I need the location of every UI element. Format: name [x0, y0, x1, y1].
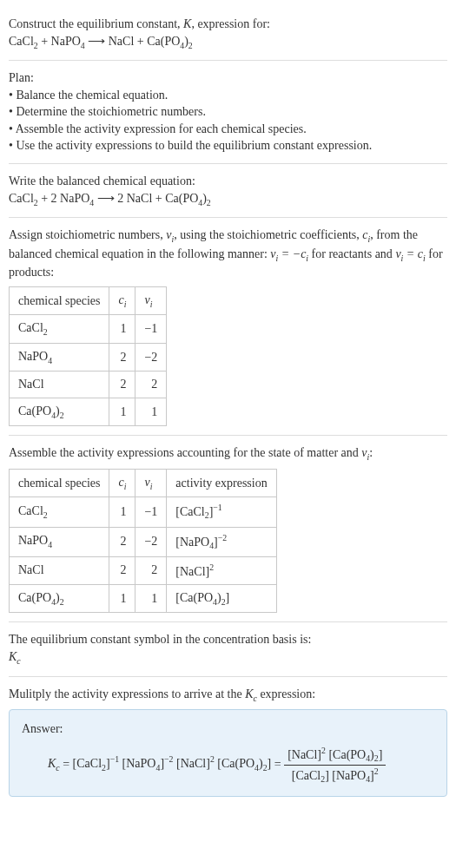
prompt-mid: , expression for: — [191, 17, 270, 30]
table-row: NaPO4 2 −2 — [10, 343, 167, 372]
multiply-title: Mulitply the activity expressions to arr… — [9, 686, 447, 705]
symbol-section: The equilibrium constant symbol in the c… — [9, 621, 447, 675]
species-cell: CaCl2 — [10, 497, 109, 527]
nu-cell: −1 — [135, 315, 167, 344]
header-activity: activity expression — [167, 469, 276, 497]
multiply-pre: Mulitply the activity expressions to arr… — [9, 687, 245, 700]
answer-equation: Kc = [CaCl2]−1 [NaPO4]−2 [NaCl]2 [Ca(PO4… — [22, 745, 434, 786]
table-header-row: chemical species ci νi — [10, 286, 167, 315]
c-cell: 1 — [109, 315, 135, 344]
table-row: CaCl2 1 −1 [CaCl2]−1 — [10, 497, 277, 527]
eq-react: νi = −ci — [270, 247, 308, 260]
species-cell: NaCl — [10, 372, 109, 398]
table-row: NaCl 2 2 [NaCl]2 — [10, 556, 277, 584]
term-3: [NaCl]2 — [176, 757, 215, 770]
species-cell: CaCl2 — [10, 315, 109, 344]
table-row: Ca(PO4)2 1 1 [Ca(PO4)2] — [10, 584, 277, 613]
header-nu: νi — [135, 469, 167, 497]
stoich-pre: Assign stoichiometric numbers, — [9, 228, 166, 241]
header-nu: νi — [135, 286, 167, 315]
equals-1: = — [63, 757, 72, 770]
table-row: CaCl2 1 −1 — [10, 315, 167, 344]
balanced-title: Write the balanced chemical equation: — [9, 173, 447, 190]
activity-section: Assemble the activity expressions accoun… — [9, 435, 447, 621]
prompt-equation: CaCl2 + NaPO4 ⟶ NaCl + Ca(PO4)2 — [9, 33, 447, 52]
kc-lhs: Kc — [48, 757, 60, 770]
prompt-pre: Construct the equilibrium constant, — [9, 17, 183, 30]
plan-item-2: • Determine the stoichiometric numbers. — [9, 103, 447, 121]
table-row: Ca(PO4)2 1 1 — [10, 398, 167, 426]
species-cell: NaCl — [10, 556, 109, 584]
plan-item-1: • Balance the chemical equation. — [9, 87, 447, 104]
prompt-line1: Construct the equilibrium constant, K, e… — [9, 16, 447, 33]
k-symbol: K — [183, 17, 191, 30]
activity-post: : — [369, 446, 373, 459]
stoich-table: chemical species ci νi CaCl2 1 −1 NaPO4 … — [9, 286, 167, 427]
c-cell: 1 — [109, 398, 135, 426]
fraction-numerator: [NaCl]2 [Ca(PO4)2] — [284, 745, 386, 766]
term-4: [Ca(PO4)2] — [217, 757, 271, 770]
plan-item-3: • Assemble the activity expression for e… — [9, 121, 447, 138]
nu-cell: −2 — [135, 343, 167, 372]
c-cell: 1 — [109, 584, 135, 613]
table-row: NaPO4 2 −2 [NaPO4]−2 — [10, 527, 277, 556]
nu-cell: 1 — [135, 584, 167, 613]
plan-item-4: • Use the activity expressions to build … — [9, 137, 447, 155]
plan-title: Plan: — [9, 69, 447, 87]
header-c: ci — [109, 286, 135, 315]
balanced-equation: CaCl2 + 2 NaPO4 ⟶ 2 NaCl + Ca(PO4)2 — [9, 190, 447, 209]
symbol-title: The equilibrium constant symbol in the c… — [9, 631, 447, 648]
eq-prod: νi = ci — [395, 247, 425, 260]
stoich-mid1: , using the stoichiometric coefficients, — [174, 228, 362, 241]
c-cell: 2 — [109, 372, 135, 398]
multiply-section: Mulitply the activity expressions to arr… — [9, 676, 447, 806]
header-species: chemical species — [10, 286, 109, 315]
stoich-text: Assign stoichiometric numbers, νi, using… — [9, 227, 447, 281]
species-cell: NaPO4 — [10, 343, 109, 372]
answer-label: Answer: — [22, 720, 434, 738]
c-symbol: ci — [362, 228, 370, 241]
table-header-row: chemical species ci νi activity expressi… — [10, 469, 277, 497]
equals-2: = — [274, 757, 284, 770]
stoichiometry-section: Assign stoichiometric numbers, νi, using… — [9, 217, 447, 435]
fraction: [NaCl]2 [Ca(PO4)2] [CaCl2] [NaPO4]2 — [284, 745, 386, 786]
prompt-section: Construct the equilibrium constant, K, e… — [9, 7, 447, 60]
kc-symbol-2: Kc — [245, 687, 257, 700]
activity-title: Assemble the activity expressions accoun… — [9, 444, 447, 464]
answer-box: Answer: Kc = [CaCl2]−1 [NaPO4]−2 [NaCl]2… — [9, 709, 447, 797]
header-c: ci — [109, 469, 135, 497]
activity-cell: [NaCl]2 — [167, 556, 276, 584]
term-2: [NaPO4]−2 — [122, 757, 174, 770]
header-species: chemical species — [10, 469, 109, 497]
species-cell: NaPO4 — [10, 527, 109, 556]
nu-cell: −1 — [135, 497, 167, 527]
nu-symbol: νi — [166, 228, 174, 241]
c-cell: 2 — [109, 527, 135, 556]
species-cell: Ca(PO4)2 — [10, 584, 109, 613]
fraction-denominator: [CaCl2] [NaPO4]2 — [284, 766, 386, 786]
species-cell: Ca(PO4)2 — [10, 398, 109, 426]
activity-cell: [NaPO4]−2 — [167, 527, 276, 556]
nu-cell: 2 — [135, 556, 167, 584]
nu-symbol-2: νi — [361, 446, 369, 459]
activity-cell: [Ca(PO4)2] — [167, 584, 276, 613]
nu-cell: −2 — [135, 527, 167, 556]
c-cell: 2 — [109, 556, 135, 584]
nu-cell: 2 — [135, 372, 167, 398]
stoich-mid3: for reactants and — [308, 247, 395, 260]
balanced-section: Write the balanced chemical equation: Ca… — [9, 163, 447, 217]
activity-pre: Assemble the activity expressions accoun… — [9, 446, 361, 459]
table-row: NaCl 2 2 — [10, 372, 167, 398]
c-cell: 1 — [109, 497, 135, 527]
term-1: [CaCl2]−1 — [73, 757, 119, 770]
activity-table: chemical species ci νi activity expressi… — [9, 469, 277, 614]
kc-symbol: Kc — [9, 648, 447, 667]
nu-cell: 1 — [135, 398, 167, 426]
c-cell: 2 — [109, 343, 135, 372]
plan-section: Plan: • Balance the chemical equation. •… — [9, 60, 447, 163]
activity-cell: [CaCl2]−1 — [167, 497, 276, 527]
multiply-post: expression: — [257, 687, 315, 700]
